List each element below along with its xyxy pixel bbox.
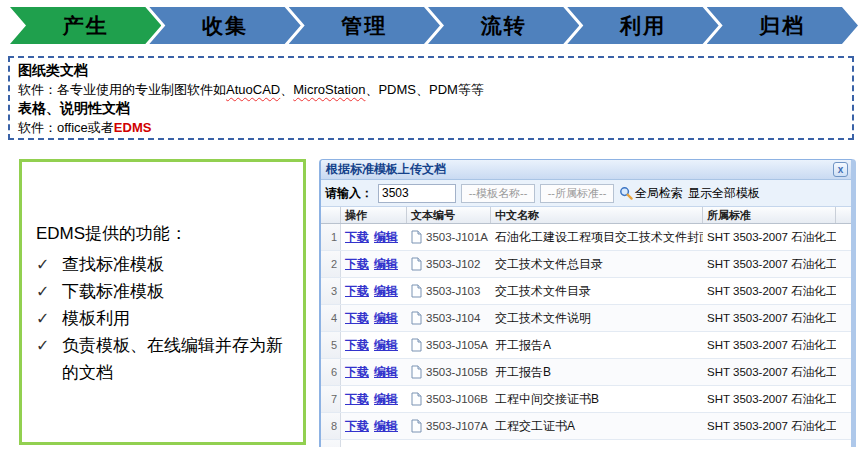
row-doc-name: 开工报告A (491, 332, 703, 358)
edit-link[interactable]: 编辑 (374, 310, 398, 327)
document-icon (411, 419, 422, 433)
edit-link[interactable]: 编辑 (374, 337, 398, 354)
row-standard (703, 440, 836, 447)
col-doc-code[interactable]: 文本编号 (407, 207, 491, 223)
col-operations[interactable]: 操作 (341, 207, 407, 223)
document-icon (411, 365, 422, 379)
table-row: 7 下载 编辑 3503-J106B 工程中间交接证书B SHT 3503-20… (321, 386, 851, 413)
table-row: 8 下载 编辑 3503-J107A 工程交工证书A SHT 3503-2007… (321, 413, 851, 440)
edit-link[interactable]: 编辑 (374, 391, 398, 408)
row-number: 2 (321, 251, 341, 277)
document-icon (411, 257, 422, 271)
process-step-label: 管理 (341, 12, 387, 40)
row-standard: SHT 3503-2007 石油化工建设工程项目交工... (703, 413, 836, 439)
process-step-label: 归档 (759, 12, 805, 40)
search-input-label: 请输入： (325, 185, 373, 202)
process-step-label: 收集 (202, 12, 248, 40)
row-spacer (836, 440, 851, 447)
function-item: ✓ 查找标准模板 (36, 251, 297, 278)
row-spacer (836, 386, 851, 412)
function-item-label: 负责模板、在线编辑并存为新的文档 (62, 332, 297, 386)
row-doc-name: 交工技术文件总目录 (491, 251, 703, 277)
col-standard[interactable]: 所属标准 (703, 207, 836, 223)
note-tables-software: 软件：office或者EDMS (18, 118, 844, 137)
functions-list: ✓ 查找标准模板 ✓ 下载标准模板 ✓ 模板利用 ✓ 负责模板、在线编辑并存为新… (36, 251, 297, 386)
doc-code-text: 3503-J105B (426, 366, 488, 378)
row-doc-code: 3503-J104 (407, 305, 491, 331)
row-operations: 下载 编辑 (341, 359, 407, 385)
row-spacer (836, 278, 851, 304)
col-doc-name[interactable]: 中文名称 (491, 207, 703, 223)
edit-link[interactable]: 编辑 (374, 256, 398, 273)
download-link[interactable]: 下载 (345, 256, 369, 273)
doc-code-text: 3503-J103 (426, 285, 480, 297)
row-spacer (836, 332, 851, 358)
template-name-combo[interactable]: --模板名称-- (461, 184, 535, 203)
doc-code-text: 3503-J107A (426, 420, 488, 432)
close-icon[interactable]: x (833, 162, 848, 177)
table-row: 3 下载 编辑 3503-J103 交工技术文件目录 SHT 3503-2007… (321, 278, 851, 305)
download-link[interactable]: 下载 (345, 229, 369, 246)
download-link[interactable]: 下载 (345, 337, 369, 354)
row-number: 4 (321, 305, 341, 331)
note-drawings-software: 软件：各专业使用的专业制图软件如AtuoCAD、MicroStation、PDM… (18, 80, 844, 99)
row-operations: 下载 编辑 (341, 224, 407, 250)
row-spacer (836, 305, 851, 331)
row-doc-code: 3503-J103 (407, 278, 491, 304)
checkmark-icon: ✓ (36, 305, 62, 332)
table-row: 6 下载 编辑 3503-J105B 开工报告B SHT 3503-2007 石… (321, 359, 851, 386)
edit-link[interactable]: 编辑 (374, 283, 398, 300)
doc-code-text: 3503-J104 (426, 312, 480, 324)
row-doc-code (407, 440, 491, 447)
row-number: 3 (321, 278, 341, 304)
document-icon (411, 230, 422, 244)
dialog-titlebar[interactable]: 根据标准模板上传文档 x (321, 160, 851, 180)
row-operations (341, 440, 407, 447)
table-row: 5 下载 编辑 3503-J105A 开工报告A SHT 3503-2007 石… (321, 332, 851, 359)
grid-body: 1 下载 编辑 3503-J101A 石油化工建设工程项目交工技术文件封面A S… (321, 224, 851, 447)
row-doc-code: 3503-J105A (407, 332, 491, 358)
row-operations: 下载 编辑 (341, 305, 407, 331)
download-link[interactable]: 下载 (345, 283, 369, 300)
doc-code-text: 3503-J102 (426, 258, 480, 270)
row-operations: 下载 编辑 (341, 332, 407, 358)
process-step: 产生 (10, 7, 161, 44)
download-link[interactable]: 下载 (345, 364, 369, 381)
checkmark-icon: ✓ (36, 278, 62, 305)
function-item: ✓ 下载标准模板 (36, 278, 297, 305)
functions-title: EDMS提供的功能： (36, 222, 297, 245)
edit-link[interactable]: 编辑 (374, 364, 398, 381)
function-item-label: 查找标准模板 (62, 251, 297, 278)
edms-functions-box: EDMS提供的功能： ✓ 查找标准模板 ✓ 下载标准模板 ✓ 模板利用 ✓ 负责… (19, 159, 306, 445)
row-doc-name: 工程交工证书A (491, 413, 703, 439)
download-link[interactable]: 下载 (345, 310, 369, 327)
dialog-title: 根据标准模板上传文档 (326, 161, 833, 178)
row-spacer (836, 251, 851, 277)
document-icon (411, 284, 422, 298)
row-doc-name: 开工报告B (491, 359, 703, 385)
document-icon (411, 392, 422, 406)
table-row-partial (321, 440, 851, 447)
download-link[interactable]: 下载 (345, 391, 369, 408)
search-input[interactable] (378, 184, 456, 203)
function-item-label: 模板利用 (62, 305, 297, 332)
process-step: 管理 (289, 7, 440, 44)
table-row: 2 下载 编辑 3503-J102 交工技术文件总目录 SHT 3503-200… (321, 251, 851, 278)
row-number (321, 440, 341, 447)
global-search-button[interactable]: 全局检索 (619, 185, 683, 202)
row-doc-code: 3503-J107A (407, 413, 491, 439)
col-rownum (321, 207, 341, 223)
row-operations: 下载 编辑 (341, 413, 407, 439)
standard-combo[interactable]: --所属标准-- (540, 184, 614, 203)
edit-link[interactable]: 编辑 (374, 229, 398, 246)
edms-highlight: EDMS (114, 120, 152, 135)
misspelled-word: MicroStation (293, 82, 365, 97)
download-link[interactable]: 下载 (345, 418, 369, 435)
row-doc-name: 工程中间交接证书B (491, 386, 703, 412)
row-spacer (836, 224, 851, 250)
row-operations: 下载 编辑 (341, 386, 407, 412)
edit-link[interactable]: 编辑 (374, 418, 398, 435)
row-standard: SHT 3503-2007 石油化工建设工程项目交工... (703, 278, 836, 304)
process-step: 利用 (567, 7, 718, 44)
show-all-templates-button[interactable]: 显示全部模板 (688, 185, 760, 202)
